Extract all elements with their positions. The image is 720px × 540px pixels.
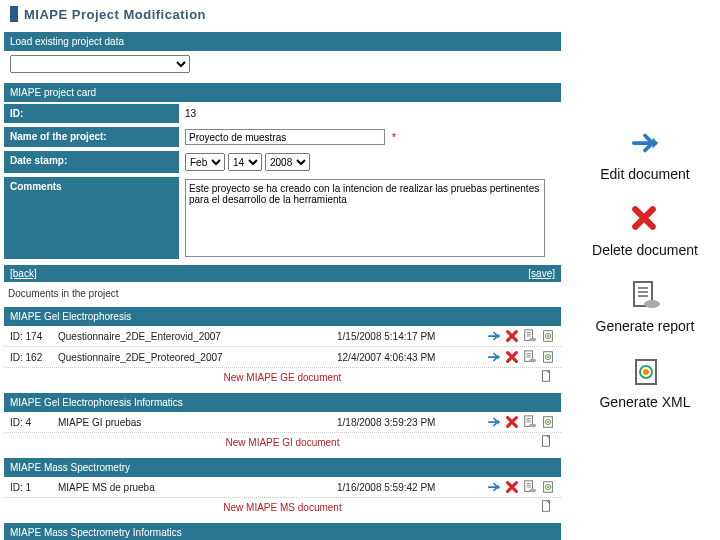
doc-section-header: MIAPE Mass Spectrometry Informatics	[4, 523, 561, 540]
arrow-right-icon[interactable]	[487, 415, 501, 429]
documents-header: Documents in the project	[4, 282, 561, 301]
new-doc-link[interactable]: New MIAPE MS document	[223, 502, 341, 513]
doc-date: 1/16/2008 5:59:42 PM	[337, 482, 477, 493]
doc-row: ID: 162Questionnaire_2DE_Proteored_20071…	[4, 347, 561, 368]
new-doc-icon[interactable]	[539, 369, 553, 383]
doc-row: ID: 4MIAPE GI pruebas1/18/2008 3:59:23 P…	[4, 412, 561, 433]
back-link[interactable]: [back]	[10, 268, 37, 279]
doc-id: ID: 4	[10, 417, 58, 428]
legend-edit: Edit document	[570, 128, 720, 182]
row-date: Date stamp: Feb 14 2008	[4, 149, 561, 175]
new-doc-row: New MIAPE GI document	[4, 433, 561, 452]
legend-xml: Generate XML	[570, 356, 720, 410]
main-panel: MIAPE Project Modification Load existing…	[0, 0, 565, 540]
doc-id: ID: 162	[10, 352, 58, 363]
card-header: MIAPE project card	[4, 83, 561, 102]
doc-id: ID: 174	[10, 331, 58, 342]
xml-icon[interactable]	[541, 350, 555, 364]
new-doc-icon[interactable]	[539, 434, 553, 448]
label-date: Date stamp:	[4, 151, 179, 173]
date-day-select[interactable]: 14	[228, 153, 262, 171]
x-icon[interactable]	[505, 415, 519, 429]
doc-date: 12/4/2007 4:06:43 PM	[337, 352, 477, 363]
date-year-select[interactable]: 2008	[265, 153, 310, 171]
load-section-header: Load existing project data	[4, 32, 561, 51]
doc-section-header: MIAPE Gel Electrophoresis Informatics	[4, 393, 561, 412]
legend-report: Generate report	[570, 280, 720, 334]
row-id: ID: 13	[4, 102, 561, 125]
legend-panel: Edit document Delete document Generate r…	[570, 0, 720, 432]
label-name: Name of the project:	[4, 127, 179, 147]
label-comments: Comments	[4, 177, 179, 259]
doc-row: ID: 174Questionnaire_2DE_Enterovid_20071…	[4, 326, 561, 347]
date-month-select[interactable]: Feb	[185, 153, 225, 171]
row-name: Name of the project: *	[4, 125, 561, 149]
doc-name: Questionnaire_2DE_Proteored_2007	[58, 352, 337, 363]
label-id: ID:	[4, 104, 179, 123]
project-select[interactable]	[10, 55, 190, 73]
report-icon	[630, 280, 660, 310]
xml-icon[interactable]	[541, 415, 555, 429]
new-doc-row: New MIAPE MS document	[4, 498, 561, 517]
page-header: MIAPE Project Modification	[4, 0, 561, 26]
doc-name: Questionnaire_2DE_Enterovid_2007	[58, 331, 337, 342]
doc-id: ID: 1	[10, 482, 58, 493]
new-doc-link[interactable]: New MIAPE GI document	[226, 437, 340, 448]
report-icon[interactable]	[523, 480, 537, 494]
xml-icon[interactable]	[541, 329, 555, 343]
report-icon[interactable]	[523, 329, 537, 343]
xml-icon	[630, 356, 660, 386]
load-row	[4, 51, 561, 77]
doc-row: ID: 1MIAPE MS de prueba1/16/2008 5:59:42…	[4, 477, 561, 498]
row-comments: Comments Este proyecto se ha creado con …	[4, 175, 561, 261]
comments-textarea[interactable]: Este proyecto se ha creado con la intenc…	[185, 179, 545, 257]
new-doc-link[interactable]: New MIAPE GE document	[224, 372, 342, 383]
doc-section-header: MIAPE Mass Spectrometry	[4, 458, 561, 477]
page-title: MIAPE Project Modification	[24, 7, 206, 22]
arrow-right-icon[interactable]	[487, 480, 501, 494]
x-icon[interactable]	[505, 350, 519, 364]
doc-date: 1/18/2008 3:59:23 PM	[337, 417, 477, 428]
required-star: *	[392, 132, 396, 143]
x-icon	[630, 204, 660, 234]
x-icon[interactable]	[505, 480, 519, 494]
header-accent	[10, 6, 18, 22]
new-doc-icon[interactable]	[539, 499, 553, 513]
project-name-input[interactable]	[185, 129, 385, 145]
legend-delete: Delete document	[570, 204, 720, 258]
arrow-right-icon[interactable]	[487, 350, 501, 364]
save-link[interactable]: [save]	[528, 268, 555, 279]
doc-name: MIAPE MS de prueba	[58, 482, 337, 493]
doc-name: MIAPE GI pruebas	[58, 417, 337, 428]
doc-date: 1/15/2008 5:14:17 PM	[337, 331, 477, 342]
arrow-right-icon	[630, 128, 660, 158]
new-doc-row: New MIAPE GE document	[4, 368, 561, 387]
report-icon[interactable]	[523, 415, 537, 429]
doc-section-header: MIAPE Gel Electrophoresis	[4, 307, 561, 326]
x-icon[interactable]	[505, 329, 519, 343]
value-id: 13	[179, 104, 561, 123]
xml-icon[interactable]	[541, 480, 555, 494]
nav-row: [back] [save]	[4, 265, 561, 282]
arrow-right-icon[interactable]	[487, 329, 501, 343]
report-icon[interactable]	[523, 350, 537, 364]
